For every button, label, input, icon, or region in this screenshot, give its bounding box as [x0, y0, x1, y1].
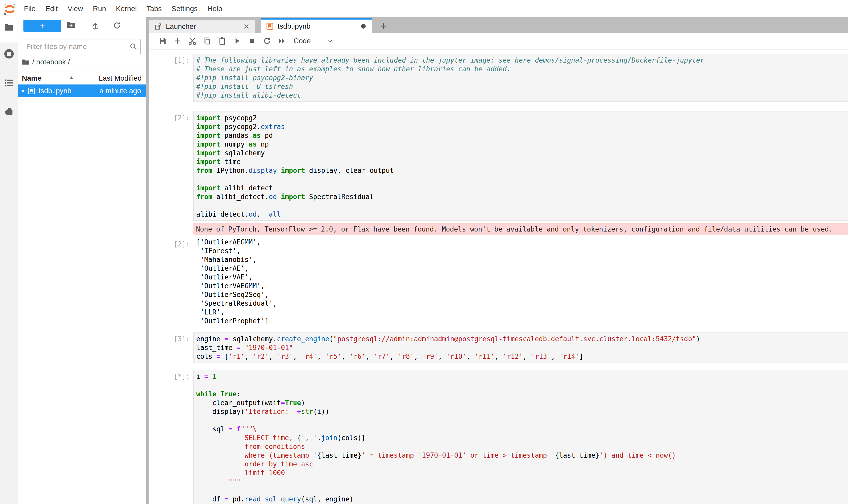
code-cell: [1]:# The following libraries have alrea… — [149, 54, 848, 102]
cell-input-row: [2]:import psycopg2import psycopg2.extra… — [149, 111, 848, 221]
panel-divider[interactable] — [146, 17, 149, 504]
add-tab-button[interactable]: + — [377, 20, 390, 32]
upload-icon[interactable] — [91, 21, 100, 30]
code-cell: [*]:i = 1 while True: clear_output(wait=… — [149, 370, 848, 504]
file-browser-panel: + — [18, 17, 146, 504]
refresh-icon[interactable] — [113, 21, 121, 30]
new-launcher-button[interactable]: + — [23, 20, 61, 32]
code-line — [196, 381, 848, 390]
sort-asc-icon[interactable] — [69, 75, 74, 80]
menu-kernel[interactable]: Kernel — [111, 5, 142, 13]
running-kernels-icon[interactable] — [3, 48, 15, 59]
cell-input-row: [3]:engine = sqlalchemy.create_engine("p… — [149, 332, 848, 363]
code-line: """ — [196, 477, 848, 486]
dirty-indicator-icon[interactable] — [360, 23, 366, 29]
menu-file[interactable]: File — [19, 5, 40, 13]
file-browser-icon[interactable] — [4, 23, 14, 32]
code-line: limit 1000 — [196, 468, 848, 477]
column-last-modified[interactable]: Last Modified — [98, 74, 142, 83]
close-icon[interactable] — [243, 23, 250, 30]
tab-launcher[interactable]: Launcher — [149, 20, 255, 33]
menu-bar: FileEditViewRunKernelTabsSettingsHelp — [0, 0, 848, 17]
code-line — [196, 175, 848, 184]
code-line: last_time = "1970-01-01" — [196, 343, 848, 352]
code-line: import psycopg2.extras — [196, 122, 848, 131]
cell-editor[interactable]: i = 1 while True: clear_output(wait=True… — [193, 370, 848, 504]
code-line: from IPython.display import display, cle… — [196, 166, 848, 175]
code-line: # These are just left in as examples to … — [196, 65, 848, 73]
cut-cells-button[interactable] — [185, 36, 200, 46]
code-line: display('Iteration: '+str(i)) — [196, 407, 848, 416]
jupyterlab-window: FileEditViewRunKernelTabsSettingsHelp — [0, 0, 848, 504]
file-search-input[interactable] — [22, 42, 129, 51]
paste-cells-button[interactable] — [215, 36, 230, 46]
jupyter-logo-icon — [3, 3, 17, 16]
cell-prompt: [2]: — [149, 111, 193, 221]
cell-type-dropdown[interactable]: Code — [293, 37, 333, 45]
code-line — [196, 486, 848, 495]
stderr-output: None of PyTorch, TensorFlow >= 2.0, or F… — [193, 223, 848, 235]
code-cell: [2]:import psycopg2import psycopg2.extra… — [149, 111, 848, 325]
file-row-tsdb[interactable]: • tsdb.ipynb a minute ago — [18, 85, 146, 97]
file-name: tsdb.ipynb — [39, 87, 100, 95]
restart-kernel-button[interactable] — [259, 36, 274, 46]
code-line: #!pip install psycopg2-binary — [196, 73, 848, 82]
output-text: ['OutlierAEGMM', 'IForest', 'Mahalanobis… — [193, 238, 277, 325]
menu-view[interactable]: View — [62, 5, 88, 13]
notebook-cell-area[interactable]: [1]:# The following libraries have alrea… — [149, 49, 848, 504]
tab-label: tsdb.ipynb — [277, 22, 360, 30]
cell-output-row: [2]:['OutlierAEGMM', 'IForest', 'Mahalan… — [149, 238, 848, 325]
table-of-contents-icon[interactable] — [4, 78, 14, 87]
folder-icon — [22, 59, 29, 65]
code-line: where (timestamp '{last_time}' = timesta… — [196, 451, 848, 460]
tab-tsdb-notebook[interactable]: tsdb.ipynb — [260, 18, 372, 33]
code-line: # The following libraries have already b… — [196, 56, 848, 65]
code-line: df = pd.read_sql_query(sql, engine) — [196, 495, 848, 503]
file-modified: a minute ago — [100, 87, 141, 95]
code-line: import numpy as np — [196, 140, 848, 149]
search-icon — [129, 43, 137, 51]
copy-cells-button[interactable] — [200, 36, 215, 46]
cell-editor[interactable]: engine = sqlalchemy.create_engine("postg… — [193, 332, 848, 363]
menu-edit[interactable]: Edit — [40, 5, 62, 13]
extensions-icon[interactable] — [4, 106, 14, 116]
main-dock-panel: Launcher tsdb.ipynb + — [149, 17, 848, 504]
file-search-box — [22, 39, 141, 54]
cell-type-value: Code — [293, 37, 311, 45]
chevron-down-icon — [327, 38, 333, 44]
menu-help[interactable]: Help — [202, 5, 227, 13]
code-line: #!pip install alibi-detect — [196, 91, 848, 100]
output-prompt: [2]: — [149, 238, 193, 325]
new-folder-icon[interactable] — [67, 21, 75, 29]
code-line: i = 1 — [196, 372, 848, 381]
code-line: cols = ['r1', 'r2', 'r3', 'r4', 'r5', 'r… — [196, 352, 848, 361]
breadcrumb[interactable]: / notebook / — [22, 58, 70, 66]
launcher-icon — [155, 23, 162, 30]
code-line: while True: — [196, 390, 848, 398]
cell-input-row: [1]:# The following libraries have alrea… — [149, 54, 848, 102]
menu-run[interactable]: Run — [88, 5, 111, 13]
cell-editor[interactable]: # The following libraries have already b… — [193, 54, 848, 102]
cell-prompt: [*]: — [149, 370, 193, 504]
run-cell-button[interactable] — [230, 36, 245, 46]
code-line: import time — [196, 157, 848, 166]
file-dirty-dot: • — [21, 87, 24, 95]
save-button[interactable] — [155, 36, 170, 46]
code-line: SELECT time, {', '.join(cols)} — [196, 433, 848, 442]
code-line: alibi_detect.od.__all__ — [196, 210, 848, 219]
cell-editor[interactable]: import psycopg2import psycopg2.extrasimp… — [193, 111, 848, 221]
interrupt-kernel-button[interactable] — [245, 36, 259, 46]
notebook-toolbar: Code — [149, 33, 848, 49]
code-line: import sqlalchemy — [196, 149, 848, 157]
menu-tabs[interactable]: Tabs — [142, 5, 167, 13]
column-name[interactable]: Name — [22, 74, 41, 83]
restart-run-all-button[interactable] — [274, 36, 289, 46]
code-line: from conditions — [196, 442, 848, 451]
menu-settings[interactable]: Settings — [167, 5, 202, 13]
notebook-icon — [266, 23, 273, 30]
code-line: #!pip install -U tsfresh — [196, 82, 848, 91]
add-cell-button[interactable] — [170, 36, 185, 46]
code-line: from alibi_detect.od import SpectralResi… — [196, 192, 848, 201]
column-divider — [75, 72, 75, 84]
file-list-header: Name Last Modified — [18, 72, 146, 84]
